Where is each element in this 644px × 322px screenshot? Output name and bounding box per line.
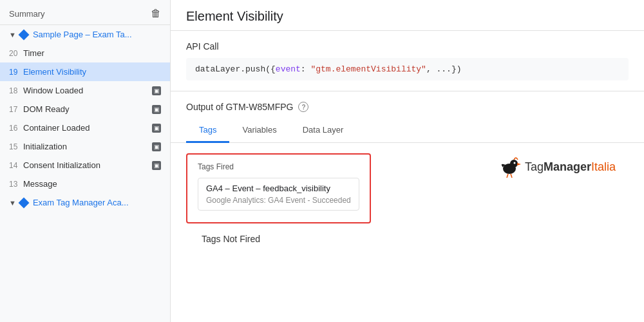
sidebar-header: Summary 🗑 <box>0 0 170 25</box>
badge-icon-14: ▣ <box>152 161 161 170</box>
item-label-consent-initialization: Consent Initialization <box>23 160 149 170</box>
sidebar-item-dom-ready[interactable]: 17 DOM Ready ▣ <box>0 100 170 118</box>
code-event-key: event <box>276 64 301 74</box>
page-title: Element Visibility <box>186 9 629 24</box>
sidebar-item-container-loaded[interactable]: 16 Container Loaded ▣ <box>0 118 170 137</box>
item-label-element-visibility: Element Visibility <box>23 67 161 77</box>
tag-item-status: Google Analytics: GA4 Event - Succeeded <box>206 196 351 205</box>
item-label-initialization: Initialization <box>23 142 149 151</box>
output-header: Output of GTM-W85MFPG ? <box>186 102 629 112</box>
parent1-label: Sample Page – Exam Ta... <box>33 30 132 39</box>
tag-item-name: GA4 – Event – feedback_visibility <box>206 184 351 193</box>
svg-line-4 <box>511 174 512 178</box>
sidebar-title: Summary <box>9 9 45 19</box>
item-label-dom-ready: DOM Ready <box>23 104 149 114</box>
tags-not-fired-section: Tags Not Fired <box>171 234 644 244</box>
sidebar-item-message[interactable]: 13 Message <box>0 175 170 193</box>
svg-line-3 <box>507 174 508 178</box>
svg-point-2 <box>513 162 515 164</box>
parent2-label: Exam Tag Manager Aca... <box>33 198 129 207</box>
item-label-timer: Timer <box>23 48 161 58</box>
logo-text: Output of GTM-W85MFPGTagManagerItalia <box>525 160 616 174</box>
diamond-icon-2 <box>18 197 29 208</box>
tag-item[interactable]: GA4 – Event – feedback_visibility Google… <box>198 178 359 211</box>
item-num-15: 15 <box>9 142 23 151</box>
chevron-right-icon: ▼ <box>9 199 16 207</box>
bird-icon <box>495 153 521 181</box>
output-title: Output of GTM-W85MFPG <box>186 102 293 112</box>
code-event-value: "gtm.elementVisibility" <box>310 64 426 74</box>
tab-datalayer[interactable]: Data Layer <box>290 118 357 143</box>
tags-fired-box: Tags Fired GA4 – Event – feedback_visibi… <box>186 153 371 223</box>
item-num-16: 16 <box>9 124 23 133</box>
item-num-14: 14 <box>9 161 23 170</box>
sidebar-item-timer[interactable]: 20 Timer <box>0 44 170 62</box>
main-content: Element Visibility API Call dataLayer.pu… <box>171 0 644 322</box>
sidebar-item-consent-initialization[interactable]: 14 Consent Initialization ▣ <box>0 156 170 175</box>
content-area: API Call dataLayer.push({event: "gtm.ele… <box>171 31 644 322</box>
item-num-18: 18 <box>9 86 23 95</box>
badge-icon-18: ▣ <box>152 86 161 95</box>
api-call-code: dataLayer.push({event: "gtm.elementVisib… <box>186 58 629 80</box>
badge-icon-16: ▣ <box>152 124 161 133</box>
item-num-19: 19 <box>9 68 23 77</box>
diamond-icon <box>18 29 29 40</box>
tab-variables[interactable]: Variables <box>229 118 289 143</box>
tags-fired-title: Tags Fired <box>198 162 359 171</box>
logo-area: Output of GTM-W85MFPGTagManagerItalia <box>384 153 629 181</box>
code-rest: , ...}) <box>426 64 462 74</box>
badge-icon-17: ▣ <box>152 105 161 114</box>
item-label-container-loaded: Container Loaded <box>23 123 149 133</box>
code-datalayer: dataLayer.push({ <box>195 64 276 74</box>
item-num-20: 20 <box>9 49 23 58</box>
sidebar-item-element-visibility[interactable]: 19 Element Visibility <box>0 62 170 81</box>
sidebar-item-parent1[interactable]: ▼ Sample Page – Exam Ta... <box>0 25 170 44</box>
tab-tags[interactable]: Tags <box>186 118 229 143</box>
item-label-message: Message <box>23 179 161 189</box>
code-colon: : <box>301 64 311 74</box>
item-label-window-loaded: Window Loaded <box>23 86 149 95</box>
tags-not-fired-title: Tags Not Fired <box>186 234 629 244</box>
sidebar-item-window-loaded[interactable]: 18 Window Loaded ▣ <box>0 81 170 100</box>
api-call-section: API Call dataLayer.push({event: "gtm.ele… <box>171 31 644 91</box>
delete-icon[interactable]: 🗑 <box>151 8 161 19</box>
item-num-13: 13 <box>9 180 23 189</box>
sidebar-item-initialization[interactable]: 15 Initialization ▣ <box>0 137 170 156</box>
sidebar-item-parent2[interactable]: ▼ Exam Tag Manager Aca... <box>0 193 170 212</box>
badge-icon-15: ▣ <box>152 142 161 151</box>
tags-content: Tags Fired GA4 – Event – feedback_visibi… <box>171 143 644 234</box>
item-num-17: 17 <box>9 105 23 114</box>
api-call-title: API Call <box>186 41 629 52</box>
output-tabs: Tags Variables Data Layer <box>171 118 644 143</box>
sidebar: Summary 🗑 ▼ Sample Page – Exam Ta... 20 … <box>0 0 171 322</box>
help-icon[interactable]: ? <box>298 102 308 112</box>
chevron-down-icon: ▼ <box>9 31 16 39</box>
output-section: Output of GTM-W85MFPG ? Tags Variables D… <box>171 91 644 143</box>
main-header: Element Visibility <box>171 0 644 31</box>
